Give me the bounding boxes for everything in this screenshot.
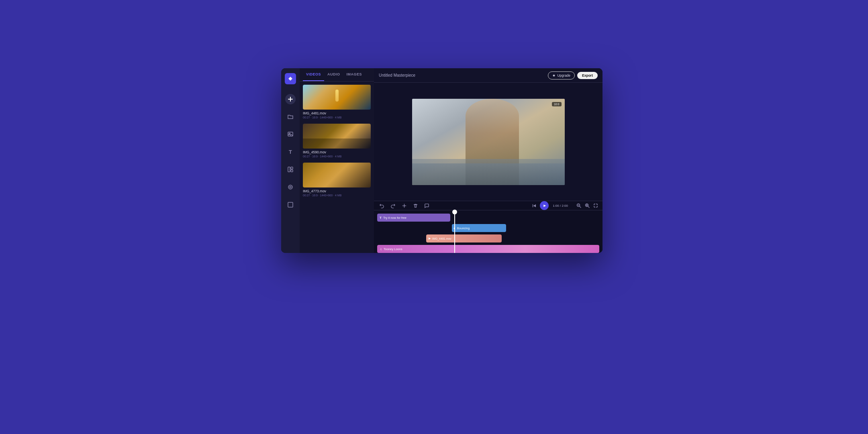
tab-images[interactable]: IMAGES: [343, 68, 366, 81]
time-display: 1:00 / 2:00: [553, 204, 568, 208]
upgrade-button[interactable]: ★ Upgrade: [548, 71, 575, 79]
comment-button[interactable]: [422, 201, 431, 210]
track-row-music: ♫ Tooney Loons: [374, 245, 602, 253]
svg-rect-5: [291, 170, 293, 172]
zoom-out-button[interactable]: [575, 202, 582, 209]
bouncing-track-label: Bouncing: [457, 226, 470, 230]
app-background: c T VIDEOS: [0, 0, 868, 434]
text-track-label: Try it now for free: [383, 216, 406, 220]
media-panel: VIDEOS AUDIO IMAGES IMG_4481.mov 00:27 ·…: [300, 68, 374, 253]
play-button[interactable]: [540, 201, 549, 210]
media-name: IMG_4481.mov: [303, 111, 371, 115]
track-row-video: ▶ IMG_4481.mov: [374, 234, 602, 244]
zoom-controls: [575, 202, 599, 209]
svg-rect-8: [288, 202, 293, 207]
media-thumbnail-2: [303, 124, 371, 149]
tab-audio[interactable]: AUDIO: [324, 68, 343, 81]
music-track[interactable]: ♫ Tooney Loons: [377, 245, 599, 253]
preview-area: Untitled Masterpiece ★ Upgrade Export 10…: [374, 68, 602, 253]
text-track[interactable]: T Try it now for free: [377, 214, 450, 222]
skip-back-button[interactable]: [529, 201, 538, 210]
undo-button[interactable]: [377, 201, 386, 210]
video-track-icon: ▶: [429, 237, 431, 240]
media-name: IMG_4590.mov: [303, 150, 371, 154]
media-tabs: VIDEOS AUDIO IMAGES: [300, 68, 374, 82]
time-badge: 10:0: [552, 102, 562, 106]
media-info: IMG_4773.mov 00:27 · 16:9 · 1440×900 · 4…: [303, 189, 371, 197]
video-frame: 10:0: [412, 99, 565, 185]
folder-icon[interactable]: [285, 111, 296, 122]
svg-text:c: c: [289, 77, 291, 80]
timeline-tracks: T Try it now for free ● Bouncing: [374, 210, 602, 253]
tab-videos[interactable]: VIDEOS: [303, 68, 324, 81]
delete-button[interactable]: [411, 201, 420, 210]
header-buttons: ★ Upgrade Export: [548, 71, 598, 79]
bouncing-track[interactable]: ● Bouncing: [452, 224, 506, 232]
template-icon[interactable]: [285, 164, 296, 175]
video-track[interactable]: ▶ IMG_4481.mov: [426, 234, 502, 242]
media-info: IMG_4481.mov 00:27 · 16:9 · 1440×900 · 4…: [303, 111, 371, 119]
media-info: IMG_4590.mov 00:27 · 16:9 · 1440×900 · 4…: [303, 150, 371, 158]
track-row-text: T Try it now for free: [374, 214, 602, 223]
preview-video: 10:0: [374, 83, 602, 201]
redo-button[interactable]: [388, 201, 397, 210]
playhead: [454, 210, 455, 253]
list-item[interactable]: IMG_4773.mov 00:27 · 16:9 · 1440×900 · 4…: [303, 163, 371, 197]
svg-point-7: [290, 186, 291, 188]
sidebar: c T: [281, 68, 300, 253]
add-button[interactable]: [285, 94, 296, 104]
svg-rect-4: [291, 167, 293, 169]
split-button[interactable]: [400, 201, 408, 210]
list-item[interactable]: IMG_4481.mov 00:27 · 16:9 · 1440×900 · 4…: [303, 85, 371, 119]
music-track-icon: ♫: [380, 247, 382, 251]
music-track-label: Tooney Loons: [384, 247, 402, 251]
timeline-toolbar: 1:00 / 2:00: [374, 201, 602, 210]
track-row-bouncing: ● Bouncing: [374, 224, 602, 234]
star-icon: ★: [552, 73, 556, 77]
text-track-icon: T: [380, 216, 382, 220]
media-meta: 00:27 · 16:9 · 1440×900 · 4 MB: [303, 155, 371, 158]
fit-button[interactable]: [592, 202, 599, 209]
media-list: IMG_4481.mov 00:27 · 16:9 · 1440×900 · 4…: [300, 82, 374, 253]
filter-icon[interactable]: [285, 181, 296, 193]
svg-point-6: [288, 185, 292, 189]
logo: c: [285, 73, 296, 84]
timeline-controls: 1:00 / 2:00: [529, 201, 599, 210]
preview-header: Untitled Masterpiece ★ Upgrade Export: [374, 68, 602, 83]
preview-title: Untitled Masterpiece: [379, 73, 415, 77]
zoom-in-button[interactable]: [584, 202, 591, 209]
media-meta: 00:27 · 16:9 · 1440×900 · 4 MB: [303, 116, 371, 119]
image-icon[interactable]: [285, 128, 296, 140]
media-meta: 00:27 · 16:9 · 1440×900 · 4 MB: [303, 194, 371, 197]
media-thumbnail-1: [303, 85, 371, 110]
media-name: IMG_4773.mov: [303, 189, 371, 193]
media-thumbnail-3: [303, 163, 371, 187]
svg-point-9: [404, 205, 404, 206]
frame-icon[interactable]: [285, 199, 296, 210]
video-track-label: IMG_4481.mov: [432, 237, 451, 240]
export-button[interactable]: Export: [577, 72, 598, 79]
text-icon[interactable]: T: [285, 146, 296, 157]
svg-rect-3: [288, 167, 290, 172]
app-window: c T VIDEOS: [281, 68, 602, 253]
timeline-area: 1:00 / 2:00: [374, 201, 602, 253]
list-item[interactable]: IMG_4590.mov 00:27 · 16:9 · 1440×900 · 4…: [303, 124, 371, 158]
